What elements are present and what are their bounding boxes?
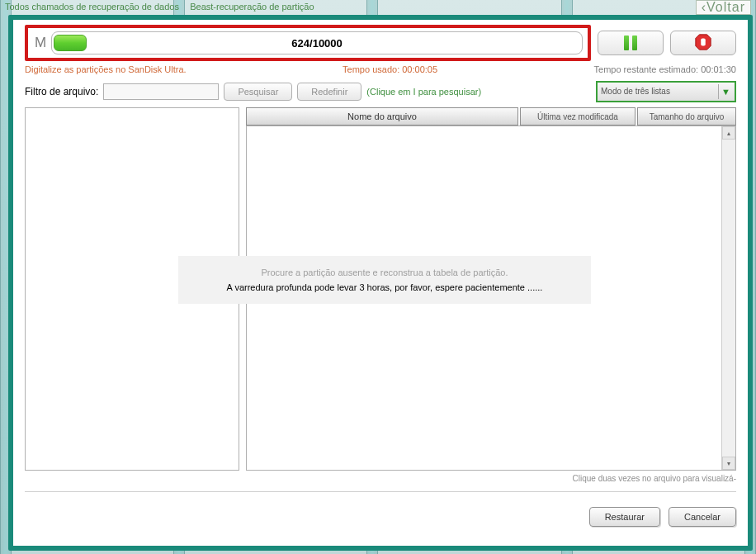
back-button[interactable]: ‹Voltar [696,0,751,15]
time-remaining-text: Tempo restante estimado: 00:01:30 [594,64,736,74]
overlay-line-2: A varredura profunda pode levar 3 horas,… [187,282,583,292]
pause-button[interactable] [598,31,664,55]
cancel-button[interactable]: Cancelar [669,507,736,527]
overlay-line-1: Procure a partição ausente e reconstrua … [187,268,583,277]
column-header-filename[interactable]: Nome do arquivo [246,107,518,125]
progress-m-label: M [35,35,46,51]
column-header-modified[interactable]: Última vez modificada [520,107,636,125]
filter-label: Filtro de arquivo: [25,86,98,97]
reset-button[interactable]: Redefinir [297,83,361,101]
pause-icon [624,36,637,50]
filter-input[interactable] [103,83,219,100]
time-used-text: Tempo usado: 00:00:05 [343,64,437,74]
progress-bar: 624/10000 [51,31,583,54]
filter-hint: (Clique em I para pesquisar) [366,87,481,97]
scan-status-text: Digitalize as partições no SanDisk Ultra… [25,64,187,74]
chevron-down-icon: ▼ [718,84,733,99]
main-panel: M 624/10000 Di [8,15,753,551]
column-header-size[interactable]: Tamanho do arquivo [637,107,736,125]
stop-button[interactable] [670,31,736,55]
search-button[interactable]: Pesquisar [224,83,292,101]
breadcrumb-part-1[interactable]: Todos chamados de recuperação de dados [5,2,179,12]
scroll-down-button[interactable]: ▾ [722,457,735,470]
breadcrumb[interactable]: Todos chamados de recuperação de dados B… [5,2,314,12]
scan-overlay-message: Procure a partição ausente e reconstrua … [178,256,591,304]
progress-highlight: M 624/10000 [25,25,591,61]
breadcrumb-part-2[interactable]: Beast-recuperação de partição [190,2,314,12]
stop-icon [694,33,712,53]
preview-hint: Clique duas vezes no arquivo para visual… [25,474,736,483]
scroll-up-button[interactable]: ▴ [722,126,735,140]
breadcrumb-separator [183,2,186,12]
view-mode-value: Modo de três listas [601,88,670,96]
view-mode-select[interactable]: Modo de três listas ▼ [596,81,736,102]
svg-rect-1 [701,38,706,45]
restore-button[interactable]: Restaurar [589,507,660,527]
progress-text: 624/10000 [52,37,582,50]
divider [25,491,736,492]
